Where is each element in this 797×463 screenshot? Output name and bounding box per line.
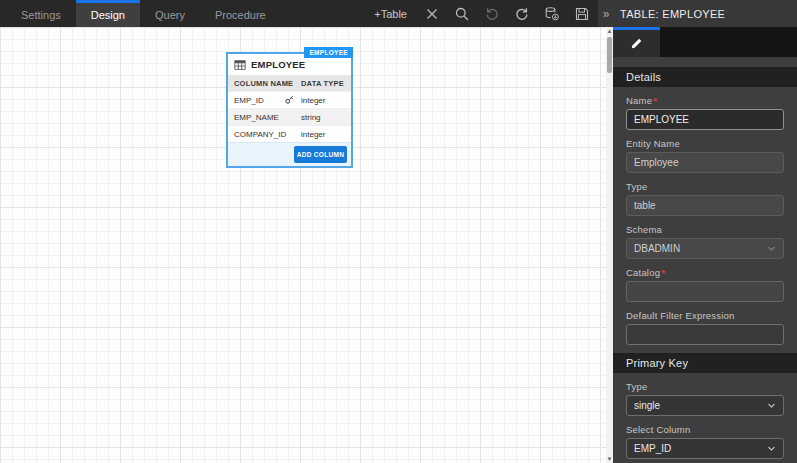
type-label: Type — [626, 181, 784, 192]
table-icon — [234, 59, 246, 71]
catalog-field: Catalog* — [626, 267, 784, 302]
scrollbar-up-arrow[interactable]: ▲ — [606, 27, 613, 35]
entity-card-footer: ADD COLUMN — [228, 142, 351, 166]
catalog-label: Catalog* — [626, 267, 784, 278]
toolbar-actions: +Table — [374, 0, 598, 27]
catalog-input[interactable] — [626, 281, 784, 302]
name-label: Name* — [626, 95, 784, 106]
tab-procedure[interactable]: Procedure — [200, 0, 281, 27]
entity-columns-header: COLUMN NAME DATA TYPE — [228, 75, 351, 91]
default-filter-label: Default Filter Expression — [626, 310, 784, 321]
add-column-button[interactable]: ADD COLUMN — [294, 146, 347, 163]
collapse-panel-icon[interactable]: » — [598, 7, 614, 21]
panel-title: TABLE: EMPLOYEE — [620, 8, 725, 20]
row-data-type: string — [297, 113, 351, 122]
save-icon[interactable] — [573, 5, 590, 22]
pk-column-label: Select Column — [626, 424, 784, 435]
table-row[interactable]: EMP_ID integer — [228, 91, 351, 108]
undo-icon[interactable] — [483, 5, 500, 22]
tab-settings[interactable]: Settings — [6, 0, 76, 27]
data-type-header: DATA TYPE — [297, 79, 351, 88]
row-column-name: COMPANY_ID — [234, 130, 286, 139]
row-data-type: integer — [297, 96, 351, 105]
type-input[interactable] — [626, 195, 784, 216]
scrollbar-thumb[interactable] — [607, 37, 612, 73]
top-toolbar: Settings Design Query Procedure +Table — [0, 0, 598, 27]
design-canvas[interactable]: EMPLOYEE EMPLOYEE COLUMN NAME DATA TYPE … — [0, 27, 606, 463]
entity-card-employee[interactable]: EMPLOYEE EMPLOYEE COLUMN NAME DATA TYPE … — [226, 52, 353, 168]
pk-type-field: Type single — [626, 381, 784, 416]
pk-column-field: Select Column EMP_ID — [626, 424, 784, 459]
column-name-header: COLUMN NAME — [228, 79, 297, 88]
row-column-name: EMP_NAME — [234, 113, 279, 122]
search-icon[interactable] — [453, 5, 470, 22]
schema-label: Schema — [626, 224, 784, 235]
default-filter-field: Default Filter Expression — [626, 310, 784, 345]
name-field: Name* — [626, 95, 784, 130]
redo-icon[interactable] — [513, 5, 530, 22]
table-row[interactable]: COMPANY_ID integer — [228, 125, 351, 142]
canvas-vertical-scrollbar[interactable]: ▲ ▼ — [606, 27, 613, 463]
schema-field: Schema DBADMIN — [626, 224, 784, 259]
pk-type-select[interactable]: single — [626, 395, 784, 416]
entity-name-label: Entity Name — [626, 138, 784, 149]
entity-title: EMPLOYEE — [251, 59, 305, 70]
name-input[interactable] — [626, 109, 784, 130]
primary-key-section-header: Primary Key — [613, 353, 797, 373]
row-data-type: integer — [297, 130, 351, 139]
tab-query[interactable]: Query — [140, 0, 200, 27]
schema-select[interactable]: DBADMIN — [626, 238, 784, 259]
scrollbar-down-arrow[interactable]: ▼ — [606, 455, 613, 463]
pencil-icon — [630, 37, 643, 50]
row-column-name: EMP_ID — [234, 96, 264, 105]
edit-tab[interactable] — [613, 27, 660, 57]
delete-icon[interactable] — [423, 5, 440, 22]
chevron-down-icon — [767, 244, 776, 253]
default-filter-input[interactable] — [626, 324, 784, 345]
tab-design[interactable]: Design — [76, 0, 140, 27]
chevron-down-icon — [767, 444, 776, 453]
type-field: Type — [626, 181, 784, 216]
entity-badge: EMPLOYEE — [304, 47, 353, 58]
chevron-down-icon — [767, 401, 776, 410]
entity-name-field: Entity Name — [626, 138, 784, 173]
toolbar-tabs: Settings Design Query Procedure — [0, 0, 281, 27]
export-database-icon[interactable] — [543, 5, 560, 22]
sidebar-tabstrip — [613, 27, 797, 57]
pk-column-select[interactable]: EMP_ID — [626, 438, 784, 459]
properties-panel-header: » TABLE: EMPLOYEE — [598, 0, 797, 27]
add-table-button[interactable]: +Table — [374, 8, 407, 20]
properties-sidebar: Details Name* Entity Name Type Schema DB… — [613, 27, 797, 463]
details-section-header: Details — [613, 67, 797, 87]
pk-type-label: Type — [626, 381, 784, 392]
table-row[interactable]: EMP_NAME string — [228, 108, 351, 125]
primary-key-icon — [284, 95, 294, 105]
entity-name-input[interactable] — [626, 152, 784, 173]
